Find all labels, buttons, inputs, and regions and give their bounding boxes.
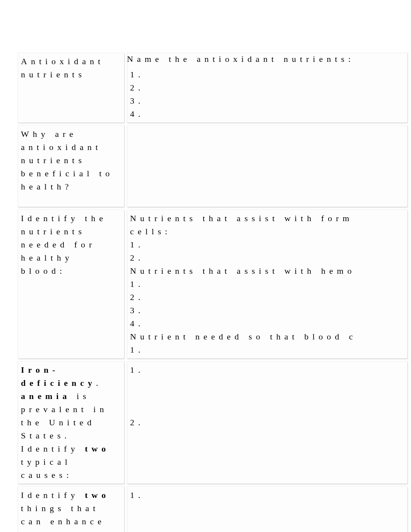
table-row: Why are antioxidant nutrients beneficial… [18,125,408,207]
answer-subheading: Nutrient needed so that blood c [130,330,405,343]
prompt-text: Iron-deficiency. anemia is prevalent in … [21,363,122,482]
answer-line: 1. [130,363,405,377]
prompt-text: Why are antioxidant nutrients beneficial… [21,128,122,193]
table-row: Iron-deficiency. anemia is prevalent in … [18,361,408,484]
answer-line: 1. [130,278,405,291]
bold-segment: anemia [21,391,70,401]
bold-segment: two [85,444,110,454]
table-row: Identify two things that can enhance iro… [18,486,408,532]
answer-line: 3. [130,94,405,107]
answer-line: 2. [130,528,405,532]
text-segment: . [96,378,102,388]
prompt-cell: Why are antioxidant nutrients beneficial… [18,125,125,207]
text-segment: things that can enhance iron absorption: [21,503,105,532]
table-row: Antioxidant nutrients Name the antioxida… [18,53,408,123]
answer-sublabel: cells: [130,225,405,238]
answer-cell: 1. 2. [127,361,408,484]
table-row: Identify the nutrients needed for health… [18,210,408,359]
prompt-cell: Iron-deficiency. anemia is prevalent in … [18,361,125,484]
answer-heading: Name the antioxidant nutrients: [127,53,354,66]
answer-blank [130,129,136,139]
answer-line: 4. [130,317,405,330]
answer-line: 2. [130,291,405,304]
answer-line: 2. [130,416,405,429]
answer-line: 1. [130,238,405,251]
prompt-cell: Identify two things that can enhance iro… [18,486,125,532]
text-segment: Identify [21,490,85,500]
answer-cell: 1. 2. [127,486,408,532]
answer-line: 3. [130,304,405,317]
answer-line: 1. [130,68,405,81]
answer-line: 2. [130,81,405,94]
answer-line: 2. [130,251,405,264]
text-segment: typical causes: [21,457,73,480]
answer-cell: Nutrients that assist with form cells: 1… [127,210,408,359]
bold-segment: Iron-deficiency [21,365,96,388]
prompt-text: Identify two things that can enhance iro… [21,489,122,532]
prompt-cell: Antioxidant nutrients [18,53,125,123]
bold-segment: two [85,490,110,500]
answer-line: 1. [130,343,405,356]
prompt-text: Antioxidant nutrients [21,55,122,81]
answer-line: 1. [130,489,405,502]
prompt-text: Identify the nutrients needed for health… [21,212,122,278]
answer-cell: Name the antioxidant nutrients: Name the… [127,53,408,123]
answer-line: 4. [130,107,405,121]
prompt-cell: Identify the nutrients needed for health… [18,210,125,359]
worksheet-table: Antioxidant nutrients Name the antioxida… [15,50,410,532]
answer-subheading: Nutrients that assist with hemo [130,264,405,278]
answer-cell [127,125,408,207]
answer-subheading: Nutrients that assist with form [130,212,405,225]
